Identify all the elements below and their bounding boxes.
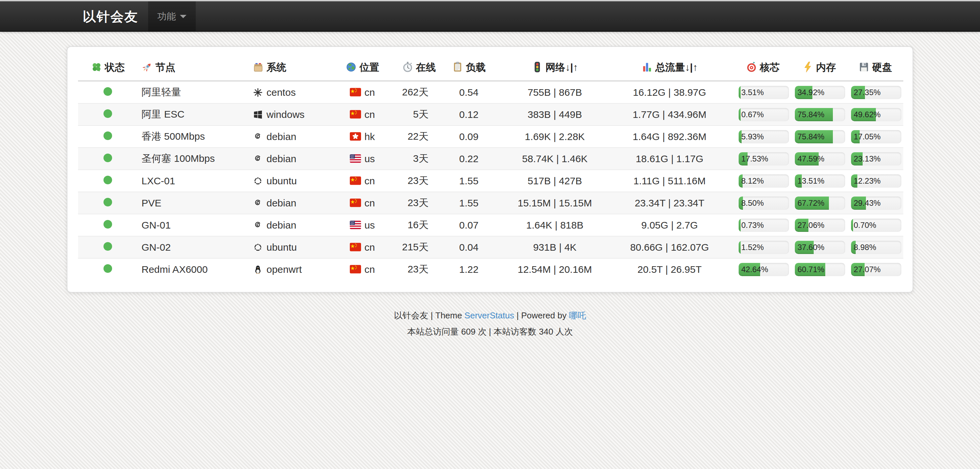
col-header-label: 总流量↓|↑	[655, 62, 698, 73]
network-value: 1.69K | 2.28K	[525, 131, 585, 142]
disk-cell: 49.62%	[847, 103, 903, 125]
os-windows-icon	[253, 109, 263, 120]
disk-progress-fill	[851, 219, 853, 232]
os-cell: windows	[249, 103, 327, 125]
status-cell	[78, 192, 138, 214]
col-header-os: 系统	[249, 55, 327, 81]
status-cell	[78, 214, 138, 236]
disk-percent-label: 27.07%	[854, 263, 880, 276]
os-cell: openwrt	[249, 258, 327, 280]
cpu-progress-fill	[739, 108, 741, 121]
os-cell: debian	[249, 192, 327, 214]
network-value: 1.64K | 818B	[527, 220, 584, 231]
uptime-value: 23天	[408, 197, 428, 208]
flag-cn-icon	[350, 198, 361, 207]
uptime-cell: 262天	[398, 81, 433, 103]
uptime-value: 262天	[402, 87, 428, 97]
brand-link[interactable]: 以针会友	[67, 1, 148, 32]
disk-progressbar: 0.70%	[851, 219, 901, 232]
disk-cell: 8.98%	[847, 236, 903, 258]
mem-percent-label: 27.06%	[797, 219, 824, 232]
mem-percent-label: 75.84%	[797, 108, 824, 121]
mem-cell: 34.92%	[791, 81, 847, 103]
network-value: 755B | 867B	[528, 87, 582, 98]
traffic-cell: 1.77G | 434.96M	[605, 103, 735, 125]
network-value: 517B | 427B	[528, 175, 582, 186]
mem-progressbar: 27.06%	[795, 219, 845, 232]
status-cell	[78, 170, 138, 192]
status-online-dot	[103, 87, 112, 96]
disk-cell: 17.05%	[847, 125, 903, 147]
chart-icon	[641, 62, 653, 73]
mem-progressbar: 34.92%	[795, 86, 845, 99]
load-value: 0.04	[459, 242, 479, 253]
traffic-cell: 80.66G | 162.07G	[605, 236, 735, 258]
location-cell: cn	[327, 236, 398, 258]
uptime-value: 22天	[408, 131, 428, 142]
location-cell: hk	[327, 125, 398, 147]
node-name: 香港 500Mbps	[142, 131, 205, 142]
disk-percent-label: 17.05%	[854, 130, 880, 143]
mem-cell: 75.84%	[791, 125, 847, 147]
col-header-node: 节点	[138, 55, 249, 81]
cpu-cell: 0.73%	[735, 214, 791, 236]
floppy-icon	[858, 62, 870, 73]
disk-percent-label: 29.43%	[854, 196, 880, 210]
flag-hk-icon	[350, 132, 361, 141]
cpu-progress-fill	[739, 86, 741, 99]
location-code: us	[364, 153, 375, 164]
flag-cn-icon	[350, 243, 361, 251]
powered-by-link[interactable]: 哪吒	[569, 311, 586, 320]
globe-icon	[345, 62, 357, 73]
load-value: 1.55	[459, 175, 479, 186]
menu-dropdown[interactable]: 功能	[148, 1, 196, 32]
cpu-percent-label: 1.52%	[741, 241, 764, 254]
traffic-value: 80.66G | 162.07G	[630, 242, 709, 253]
os-ubuntu-icon	[253, 242, 263, 253]
mem-percent-label: 13.51%	[797, 174, 824, 188]
load-cell: 0.07	[433, 214, 505, 236]
node-name: GN-01	[142, 220, 170, 231]
status-cell	[78, 236, 138, 258]
cpu-cell: 5.93%	[735, 125, 791, 147]
mem-cell: 60.71%	[791, 258, 847, 280]
uptime-cell: 22天	[398, 125, 433, 147]
server-status-table: 状态节点系统位置在线负载网络↓|↑总流量↓|↑核芯内存硬盘 阿里轻量centos…	[78, 55, 903, 280]
col-header-label: 节点	[155, 62, 175, 73]
os-name: debian	[266, 131, 296, 142]
status-cell	[78, 147, 138, 170]
disk-progressbar: 23.13%	[851, 152, 901, 165]
disk-cell: 27.35%	[847, 81, 903, 103]
node-cell: 阿里轻量	[138, 81, 249, 103]
cpu-cell: 8.50%	[735, 192, 791, 214]
disk-percent-label: 27.35%	[854, 86, 880, 99]
load-value: 0.54	[459, 87, 479, 98]
load-value: 0.22	[459, 153, 479, 164]
load-cell: 1.22	[433, 258, 505, 280]
cpu-percent-label: 5.93%	[741, 130, 764, 143]
disk-progressbar: 17.05%	[851, 130, 901, 143]
network-cell: 931B | 4K	[505, 236, 605, 258]
status-online-dot	[103, 242, 112, 251]
load-cell: 0.54	[433, 81, 505, 103]
os-openwrt-icon	[253, 264, 263, 275]
node-name: LXC-01	[142, 175, 175, 186]
node-cell: PVE	[138, 192, 249, 214]
disk-progressbar: 27.07%	[851, 263, 901, 276]
status-online-dot	[103, 154, 112, 162]
location-cell: cn	[327, 103, 398, 125]
load-cell: 0.12	[433, 103, 505, 125]
disk-cell: 23.13%	[847, 147, 903, 170]
disk-percent-label: 49.62%	[854, 108, 880, 121]
disk-percent-label: 12.23%	[854, 174, 880, 188]
location-cell: cn	[327, 81, 398, 103]
location-code: cn	[364, 264, 375, 275]
col-header-label: 核芯	[760, 62, 780, 73]
uptime-value: 23天	[408, 175, 428, 186]
traffic-value: 9.05G | 2.7G	[641, 220, 698, 231]
cpu-progressbar: 0.73%	[739, 219, 789, 232]
theme-link[interactable]: ServerStatus	[465, 311, 514, 320]
mem-percent-label: 60.71%	[797, 263, 824, 276]
network-cell: 383B | 449B	[505, 103, 605, 125]
cpu-cell: 8.12%	[735, 170, 791, 192]
